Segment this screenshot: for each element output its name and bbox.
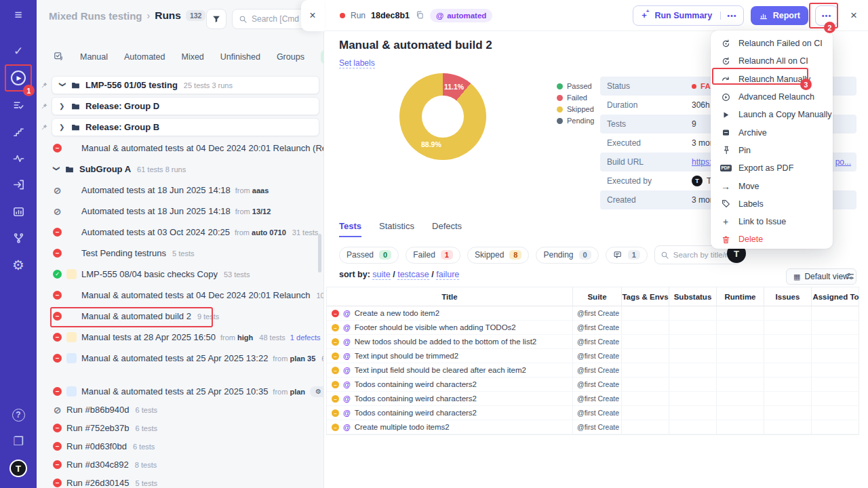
menu-item-relaunch-failed-ci[interactable]: Relaunch Failed on CI xyxy=(711,35,833,52)
projects-folder-icon[interactable]: ❐ xyxy=(10,433,26,449)
chevron-icon[interactable] xyxy=(53,166,60,173)
run-list-item[interactable]: Manual & automated tests at 04 Dec 2024 … xyxy=(52,139,323,157)
tests-check-icon[interactable]: ✓ xyxy=(10,43,26,59)
run-list-item[interactable]: Manual & automated tests at 25 Apr 2025 … xyxy=(52,382,323,401)
filter-funnel-button[interactable] xyxy=(206,9,226,29)
run-list-item[interactable]: Run #26d30145 5 tests xyxy=(52,474,323,488)
run-list-item[interactable]: Automated tests at 03 Oct 2024 20:25 fro… xyxy=(52,223,323,241)
test-row[interactable]: @ Text input field should be cleared aft… xyxy=(327,363,859,378)
test-row[interactable]: @ New todos should be added to the botto… xyxy=(327,335,859,349)
select-all-icon[interactable] xyxy=(53,51,64,64)
run-list-item[interactable]: Run #d304c892 8 tests xyxy=(52,455,323,474)
list-scrollbar-thumb[interactable] xyxy=(318,234,321,272)
menu-item-relaunch-manually[interactable]: Relaunch Manually xyxy=(711,70,833,88)
run-list-item[interactable]: Manual & automated tests at 04 Dec 2024 … xyxy=(52,286,323,304)
menu-item-archive[interactable]: Archive xyxy=(711,123,833,141)
pulse-activity-icon[interactable] xyxy=(10,150,26,166)
report-button[interactable]: Report xyxy=(751,6,808,25)
hamburger-menu-icon[interactable]: ≡ xyxy=(10,7,26,23)
menu-item-labels[interactable]: Labels xyxy=(711,195,833,213)
pill-skipped[interactable]: Skipped8 xyxy=(467,247,530,264)
run-list-row: LMP-556 01/05 testing 25 tests 3 runs xyxy=(52,76,323,94)
col-tags-envs[interactable]: Tags & Envs xyxy=(622,287,669,306)
sort-by-suite-link[interactable]: suite xyxy=(372,270,390,280)
menu-item-move[interactable]: →Move xyxy=(711,177,833,195)
run-summary-button[interactable]: ++ Run Summary xyxy=(633,10,720,20)
run-list-item[interactable]: Test Pending testruns 5 tests xyxy=(52,244,323,262)
copy-icon[interactable] xyxy=(415,10,425,22)
filter-tab-mixed[interactable]: Mixed xyxy=(181,52,203,62)
run-more-actions-button[interactable]: ••• xyxy=(815,5,838,26)
run-list-item[interactable]: Manual & automated build 2 9 tests xyxy=(52,307,323,325)
sort-by-testcase-link[interactable]: testcase xyxy=(397,270,429,280)
col-assigned-to[interactable]: Assigned To xyxy=(812,287,860,306)
pill-pending[interactable]: Pending0 xyxy=(536,247,598,264)
col-suite[interactable]: Suite xyxy=(573,287,622,306)
branch-icon[interactable] xyxy=(10,230,26,246)
menu-item-export-pdf[interactable]: PDFExport as PDF xyxy=(711,159,833,177)
menu-item-launch-copy[interactable]: Launch a Copy Manually xyxy=(711,106,833,123)
sort-by-failure-link[interactable]: failure xyxy=(436,270,459,280)
breadcrumb-section[interactable]: Runs xyxy=(155,9,181,22)
menu-item-relaunch-all-ci[interactable]: Relaunch All on CI xyxy=(711,52,833,70)
user-avatar[interactable]: T xyxy=(9,460,27,477)
test-row[interactable]: @ Create multiple todo items2 @first Cre… xyxy=(327,420,859,434)
breadcrumb-project[interactable]: Mixed Runs testing xyxy=(49,10,142,22)
test-row[interactable]: @ Create a new todo item2 @first Create … xyxy=(327,306,859,321)
filter-tab-manual[interactable]: Manual xyxy=(80,52,108,62)
folder-icon xyxy=(64,165,75,174)
run-list-item[interactable]: Release: Group D xyxy=(52,97,319,115)
pill-failed[interactable]: Failed1 xyxy=(406,247,460,264)
analytics-report-icon[interactable] xyxy=(10,203,26,220)
run-list-item[interactable]: SubGroup A 61 tests 8 runs xyxy=(52,160,319,178)
chevron-icon[interactable] xyxy=(59,123,66,131)
col-substatus[interactable]: Substatus xyxy=(669,287,717,306)
set-labels-link[interactable]: Set labels xyxy=(339,58,375,68)
menu-item-pin[interactable]: Pin xyxy=(711,142,833,159)
test-row[interactable]: @ Todos containing weird characters2 @fi… xyxy=(327,392,859,406)
run-list-item[interactable]: Manual tests at 28 Apr 2025 16:50 from h… xyxy=(52,328,323,346)
detail-close-button[interactable]: × xyxy=(301,0,324,31)
import-icon[interactable] xyxy=(10,176,26,192)
filter-tab-unfinished[interactable]: Unfinished xyxy=(220,52,260,62)
run-list-item[interactable]: Run #b86b940d 6 tests xyxy=(52,401,323,419)
run-list-item[interactable]: LMP-556 01/05 testing 25 tests 3 runs xyxy=(52,76,319,94)
run-list-item[interactable]: Automated tests at 18 Jun 2025 14:18 fro… xyxy=(52,202,323,220)
chevron-icon[interactable] xyxy=(59,82,66,89)
column-settings-icon[interactable] xyxy=(845,271,855,283)
build-url-link-end[interactable]: po... xyxy=(835,157,851,167)
panel-close-icon[interactable]: × xyxy=(850,9,857,22)
comments-pill[interactable]: 1 xyxy=(606,247,648,264)
run-list-item[interactable]: Run #752eb37b 6 tests xyxy=(52,419,323,437)
run-defects-link[interactable]: 1 defects xyxy=(290,333,321,342)
col-issues[interactable]: Issues xyxy=(764,287,812,306)
tab-statistics[interactable]: Statistics xyxy=(379,221,414,237)
milestones-steps-icon[interactable] xyxy=(10,123,26,140)
test-plans-icon[interactable] xyxy=(10,97,26,113)
help-icon[interactable]: ? xyxy=(10,407,26,423)
chevron-icon[interactable] xyxy=(59,102,66,110)
run-list-item[interactable]: Automated tests at 18 Jun 2025 14:18 fro… xyxy=(52,181,323,199)
col-runtime[interactable]: Runtime xyxy=(717,287,764,306)
run-list-item[interactable]: LMP-555 08/04 basic checks Copy 53 tests xyxy=(52,265,323,283)
run-list-item[interactable]: Manual & automated tests at 25 Apr 2025 … xyxy=(52,349,323,367)
filter-tab-automated[interactable]: Automated xyxy=(124,52,165,62)
test-row[interactable]: @ Text input should be trimmed2 @first C… xyxy=(327,349,859,363)
tab-tests[interactable]: Tests xyxy=(339,221,361,237)
test-suite: @first Create ... xyxy=(573,378,622,391)
menu-item-advanced-relaunch[interactable]: Advanced Relaunch xyxy=(711,88,833,106)
menu-item-link-to-issue[interactable]: +Link to Issue xyxy=(711,213,833,230)
run-list-item[interactable]: Release: Group B xyxy=(52,118,319,136)
menu-item-delete[interactable]: Delete xyxy=(711,230,833,248)
tab-defects[interactable]: Defects xyxy=(432,221,462,237)
filter-tab-groups[interactable]: Groups xyxy=(277,52,304,62)
run-list-item[interactable]: Run #0d63f0bd 6 tests xyxy=(52,437,323,455)
col-title[interactable]: Title xyxy=(327,287,573,306)
run-summary-more-button[interactable]: ••• xyxy=(720,12,743,20)
pill-passed[interactable]: Passed0 xyxy=(339,247,399,264)
runs-play-icon[interactable]: ▶ xyxy=(10,70,26,86)
test-row[interactable]: @ Footer should be visible when adding T… xyxy=(327,321,859,335)
test-row[interactable]: @ Todos containing weird characters2 @fi… xyxy=(327,378,859,392)
settings-gear-icon[interactable]: ⚙ xyxy=(10,257,26,273)
test-row[interactable]: @ Todos containing weird characters2 @fi… xyxy=(327,406,859,420)
